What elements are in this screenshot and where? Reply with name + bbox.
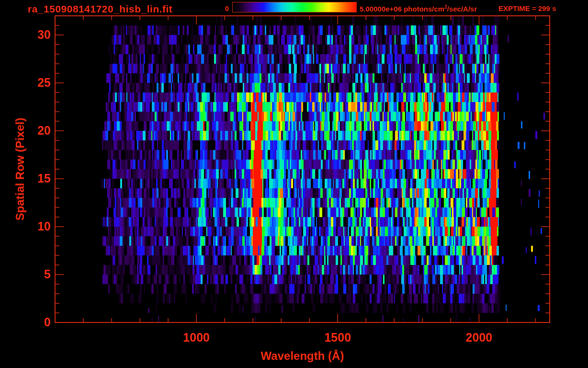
x-tick-label: 2000 xyxy=(450,331,508,345)
y-tick-label: 10 xyxy=(16,219,51,233)
colorbar-max-coefficient: 5.00000e+06 photons/cm xyxy=(360,5,444,13)
x-tick-label: 1000 xyxy=(168,331,225,345)
spectral-image-figure: ra_150908141720_hisb_lin.fit 0 5.00000e+… xyxy=(0,0,588,368)
y-tick-label: 30 xyxy=(16,28,51,42)
spectrogram-heatmap-canvas xyxy=(0,0,588,368)
x-tick-label: 1500 xyxy=(309,331,366,345)
colorbar-min-label: 0 xyxy=(195,4,229,12)
x-axis-title: Wavelength (Å) xyxy=(55,349,550,363)
y-tick-label: 15 xyxy=(16,172,51,185)
y-tick-label: 5 xyxy=(16,267,51,281)
y-tick-label: 0 xyxy=(16,315,51,329)
chart-title: ra_150908141720_hisb_lin.fit xyxy=(28,3,172,15)
y-tick-label: 20 xyxy=(16,124,51,138)
colorbar-max-label: 5.00000e+06 photons/cm2/sec/A/sr xyxy=(360,4,477,13)
y-tick-label: 25 xyxy=(16,76,51,90)
colorbar-max-units: /sec/A/sr xyxy=(447,5,477,13)
exptime-label: EXPTIME = 299 s xyxy=(498,4,556,12)
